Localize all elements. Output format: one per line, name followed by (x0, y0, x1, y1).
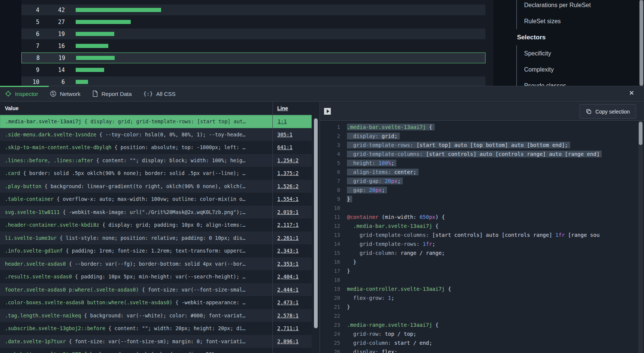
line-link[interactable]: 2,473:1 (277, 299, 299, 305)
table-scrollbar-thumb[interactable] (314, 118, 318, 328)
code-line-text[interactable]: .media-bar.svelte-13aai7j { (347, 223, 441, 229)
table-row[interactable]: svg.svelte-1tw8111 { -webkit-mask-image:… (0, 206, 312, 219)
chart-row-10[interactable]: 106 (21, 76, 486, 86)
table-row[interactable]: .table-container { overflow-x: auto; max… (0, 193, 312, 206)
table-row[interactable]: header.svelte-asdas0 { --border: var(--f… (0, 257, 312, 271)
code-line: 4 grid-template-columns: [start controls… (320, 150, 644, 159)
table-row[interactable]: .info.svelte-gd1unf { padding: 1rem; fon… (0, 244, 312, 257)
line-link[interactable]: 2,261:1 (277, 235, 299, 241)
code-line-text[interactable]: } (347, 196, 352, 202)
code-line-text[interactable]: } (347, 268, 352, 274)
code-line-text[interactable]: height: 100%; (347, 160, 396, 166)
rule-declarations: { -webkit-mask-image: url("./Grit%20Mask… (60, 209, 245, 215)
tab-all-css[interactable]: {:}All CSS (143, 91, 176, 97)
line-link[interactable]: 2,019:1 (277, 209, 299, 215)
line-link[interactable]: 2,353:1 (277, 261, 299, 267)
tab-report-data[interactable]: Report Data (92, 90, 132, 97)
code-line-text[interactable]: grid-template-rows: [start top] auto [to… (347, 142, 570, 148)
table-row[interactable]: footer.svelte-asdas0 p:where(.svelte-asd… (0, 283, 312, 296)
chart-row-4[interactable]: 442 (21, 4, 486, 15)
report-document-icon (92, 90, 98, 97)
table-row[interactable]: .lines::before, .lines::after { content:… (0, 154, 312, 167)
table-row[interactable]: .tag.length.svelte-naikeq { background: … (0, 309, 312, 322)
sidebar-toggle-icon[interactable] (324, 108, 331, 115)
code-line-text[interactable]: flex-grow: 1; (347, 295, 396, 301)
sidebar-item-complexity[interactable]: Complexity (516, 61, 644, 78)
code-line-text[interactable]: grid-template-columns: [start controls] … (347, 151, 602, 157)
line-link[interactable]: 1,526:2 (277, 183, 299, 189)
table-row[interactable]: .date.svelte-1p7tuxr { font-size: var(--… (0, 335, 312, 348)
table-row-partial[interactable]: .sub-button.svelte-1tw877 { background: … (0, 348, 312, 353)
code-line-text[interactable]: grid-template-rows: 1fr; (347, 241, 438, 247)
code-scrollbar-thumb[interactable] (639, 122, 643, 145)
code-line-text[interactable]: grid-column: range / range; (347, 250, 447, 256)
table-row[interactable]: .header-container.svelte-kbdi8z { displa… (0, 218, 312, 232)
chart-row-8[interactable]: 819 (21, 52, 486, 63)
line-link[interactable]: 2,896:1 (277, 338, 299, 344)
table-row[interactable]: .results.svelte-asdas0 { padding: 10px 5… (0, 270, 312, 283)
close-panel-button[interactable]: ✕ (629, 89, 634, 97)
sidebar-item-ruleset-sizes[interactable]: RuleSet sizes (516, 13, 644, 29)
code-line-text[interactable]: grid-gap: 20px; (347, 178, 403, 184)
code-line-text[interactable]: media-controller.svelte-13aai7j { (347, 286, 453, 292)
chart-row-6[interactable]: 619 (21, 28, 486, 39)
rule-selector: .side-menu.dark.svelte-1vsndze (5, 132, 96, 138)
code-line-text[interactable]: gap: 20px; (347, 187, 387, 193)
ruleset-count-bar (76, 20, 131, 24)
line-link[interactable]: 1,375:2 (277, 170, 299, 176)
chart-row-5[interactable]: 527 (21, 16, 486, 27)
table-row[interactable]: .media-bar.svelte-13aai7j { display: gri… (0, 115, 312, 128)
table-row[interactable]: .subscribe.svelte-13gboj2::before { cont… (0, 322, 312, 335)
code-line-text[interactable]: display: grid; (347, 133, 400, 139)
line-link[interactable]: 2,343:1 (277, 248, 299, 254)
sidebar-scrollbar-thumb[interactable] (640, 0, 643, 86)
line-link[interactable]: 1,554:1 (277, 196, 299, 202)
code-line-text[interactable]: .media-bar.svelte-13aai7j { (347, 124, 435, 130)
line-number: 15 (320, 250, 340, 256)
line-link[interactable]: 2,117:1 (277, 222, 299, 228)
code-line-text[interactable] (347, 208, 349, 208)
table-row[interactable]: .play-button { background: linear-gradie… (0, 180, 312, 193)
code-line: 11@container (min-width: 650px) { (320, 212, 644, 221)
line-link[interactable]: 1,254:2 (277, 157, 299, 163)
line-link[interactable]: 1:1 (278, 118, 287, 124)
table-row[interactable]: .skip-to-main-content.svelte-dbylqh { po… (0, 141, 312, 154)
table-row[interactable]: .color-boxes.svelte-asdas0 button:where(… (0, 296, 312, 309)
table-row[interactable]: .card { border: solid .5px oklch(90% 0 n… (0, 167, 312, 180)
sidebar-item-pseudo-classes[interactable]: Pseudo classes (516, 78, 644, 86)
line-link[interactable]: 2,444:1 (277, 287, 299, 293)
column-header-line[interactable]: Line (277, 105, 288, 111)
table-row[interactable]: .side-menu.dark.svelte-1vsndze { --toy-c… (0, 128, 312, 141)
sidebar-item-selectors[interactable]: Selectors (493, 29, 644, 45)
code-line-text[interactable]: } (347, 259, 359, 265)
ruleset-count-value: 14 (39, 67, 65, 73)
code-line-text[interactable]: display: flex; (347, 349, 400, 353)
sidebar-item-declarations-per-ruleset[interactable]: Declarations per RuleSet (516, 0, 644, 13)
line-link[interactable]: 641:1 (277, 144, 293, 150)
table-row[interactable]: li.svelte-1ume3ur { list-style: none; po… (0, 232, 312, 245)
tab-network[interactable]: Network (50, 90, 81, 97)
code-line-text[interactable] (347, 316, 349, 316)
code-line-text[interactable]: grid-column: start / end; (347, 340, 435, 346)
code-line: 3 grid-template-rows: [start top] auto [… (320, 141, 644, 150)
code-line-text[interactable]: grid-template-columns: [start controls] … (347, 232, 602, 238)
chart-row-7[interactable]: 716 (21, 40, 486, 51)
chart-row-9[interactable]: 914 (21, 64, 486, 75)
tab-label: All CSS (156, 91, 176, 97)
code-line-text[interactable]: @container (min-width: 650px) { (347, 214, 447, 220)
line-link[interactable]: 305:1 (277, 132, 293, 138)
line-link[interactable]: 2,404:1 (277, 274, 299, 280)
copy-selection-button[interactable]: Copy selection (580, 104, 636, 119)
ruleset-sizes-chart: 442527619716819914106 (0, 0, 493, 86)
code-line-text[interactable] (347, 280, 349, 280)
ruleset-count-bar (76, 68, 104, 72)
code-line-text[interactable]: grid-row: top / top; (347, 331, 418, 337)
code-line-text[interactable]: .media-range.svelte-13aai7j { (347, 322, 441, 328)
sidebar-item-specificity[interactable]: Specificity (516, 45, 644, 61)
code-line-text[interactable]: } (347, 304, 352, 310)
line-link[interactable]: 2,711:1 (277, 325, 299, 331)
line-link[interactable]: 2,578:1 (277, 313, 299, 319)
code-line-text[interactable]: align-items: center; (347, 169, 418, 175)
tab-inspector[interactable]: Inspector (5, 90, 38, 97)
line-number: 5 (320, 160, 340, 166)
